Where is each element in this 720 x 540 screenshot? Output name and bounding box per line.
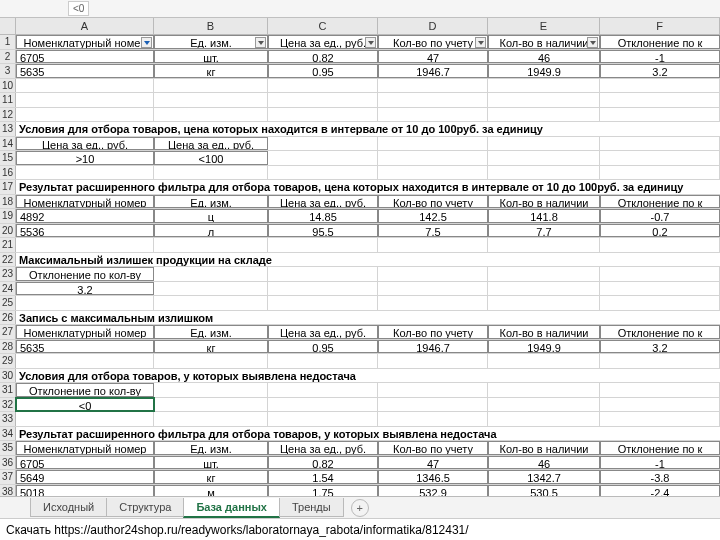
sheet-tabs: Исходный Структура База данных Тренды + [0, 496, 720, 518]
select-all-corner[interactable] [0, 18, 16, 34]
section-title[interactable]: Результат расширенного фильтра для отбор… [16, 427, 720, 441]
formula-bar: <0 [0, 0, 720, 18]
row-header[interactable]: 11 [0, 93, 16, 107]
table-header[interactable]: Номенклатурный номер [16, 35, 154, 49]
add-sheet-button[interactable]: + [351, 499, 369, 517]
cell[interactable]: Цена за ед., руб. [154, 137, 268, 151]
row-header[interactable]: 36 [0, 456, 16, 470]
cell[interactable]: 47 [378, 50, 488, 64]
row-header[interactable]: 17 [0, 180, 16, 194]
cell[interactable]: 1949.9 [488, 64, 600, 78]
row-header[interactable]: 30 [0, 369, 16, 383]
table-header[interactable]: Кол-во по учету [378, 195, 488, 209]
cell[interactable]: 6705 [16, 50, 154, 64]
section-title[interactable]: Условия для отбора товаров, цена которых… [16, 122, 720, 136]
cell[interactable]: 46 [488, 50, 600, 64]
filter-icon[interactable] [365, 37, 376, 48]
row-header[interactable]: 15 [0, 151, 16, 165]
filter-icon[interactable] [587, 37, 598, 48]
row-header[interactable]: 12 [0, 108, 16, 122]
row-header[interactable]: 33 [0, 412, 16, 426]
row-header[interactable]: 31 [0, 383, 16, 397]
filter-icon[interactable] [475, 37, 486, 48]
filter-icon[interactable] [255, 37, 266, 48]
cell[interactable]: -1 [600, 50, 720, 64]
table-header[interactable]: Цена за ед., руб. [268, 195, 378, 209]
row-header[interactable]: 14 [0, 137, 16, 151]
row-header[interactable]: 29 [0, 354, 16, 368]
row-header[interactable]: 34 [0, 427, 16, 441]
table-header[interactable]: Ед. изм. [154, 195, 268, 209]
row-header[interactable]: 25 [0, 296, 16, 310]
filter-icon[interactable] [141, 37, 152, 48]
section-title[interactable]: Максимальный излишек продукции на складе [16, 253, 720, 267]
row-header[interactable]: 23 [0, 267, 16, 281]
row-header[interactable]: 3 [0, 64, 16, 78]
row-header[interactable]: 10 [0, 79, 16, 93]
cell[interactable]: Цена за ед., руб. [16, 137, 154, 151]
row-header[interactable]: 1 [0, 35, 16, 49]
cell[interactable]: 0.95 [268, 64, 378, 78]
row-header[interactable]: 32 [0, 398, 16, 412]
row-header[interactable]: 2 [0, 50, 16, 64]
tab-source[interactable]: Исходный [30, 498, 107, 517]
cell[interactable]: шт. [154, 50, 268, 64]
table-header[interactable]: Кол-во по учету [378, 35, 488, 49]
row-header[interactable]: 13 [0, 122, 16, 136]
section-title[interactable]: Результат расширенного фильтра для отбор… [16, 180, 720, 194]
row-header[interactable]: 21 [0, 238, 16, 252]
footer-link: Скачать https://author24shop.ru/readywor… [0, 518, 720, 540]
table-header[interactable]: Отклонение по к [600, 195, 720, 209]
row-header[interactable]: 37 [0, 470, 16, 484]
formula-value[interactable]: <0 [68, 1, 89, 16]
cell[interactable]: 5635 [16, 64, 154, 78]
row-header[interactable]: 20 [0, 224, 16, 238]
row-header[interactable]: 18 [0, 195, 16, 209]
tab-trends[interactable]: Тренды [279, 498, 344, 517]
col-header-F[interactable]: F [600, 18, 720, 34]
col-header-E[interactable]: E [488, 18, 600, 34]
table-header[interactable]: Кол-во в наличии [488, 195, 600, 209]
spreadsheet: A B C D E F 1 Номенклатурный номер Ед. и… [0, 18, 720, 499]
row-header[interactable]: 28 [0, 340, 16, 354]
row-header[interactable]: 16 [0, 166, 16, 180]
row-header[interactable]: 19 [0, 209, 16, 223]
cell[interactable]: <100 [154, 151, 268, 165]
row-header[interactable]: 24 [0, 282, 16, 296]
cell[interactable]: >10 [16, 151, 154, 165]
table-header[interactable]: Ед. изм. [154, 35, 268, 49]
col-header-A[interactable]: A [16, 18, 154, 34]
tab-structure[interactable]: Структура [106, 498, 184, 517]
table-header[interactable]: Кол-во в наличии [488, 35, 600, 49]
cell[interactable]: кг [154, 64, 268, 78]
cell[interactable]: 1946.7 [378, 64, 488, 78]
row-header[interactable]: 27 [0, 325, 16, 339]
section-title[interactable]: Запись с максимальным излишком [16, 311, 720, 325]
table-header[interactable]: Номенклатурный номер [16, 195, 154, 209]
row-header[interactable]: 35 [0, 441, 16, 455]
col-header-B[interactable]: B [154, 18, 268, 34]
table-header[interactable]: Цена за ед., руб. [268, 35, 378, 49]
tab-database[interactable]: База данных [183, 498, 280, 518]
cell[interactable]: 0.82 [268, 50, 378, 64]
row-header[interactable]: 22 [0, 253, 16, 267]
cell[interactable]: 3.2 [600, 64, 720, 78]
column-headers: A B C D E F [0, 18, 720, 35]
col-header-C[interactable]: C [268, 18, 378, 34]
row-header[interactable]: 26 [0, 311, 16, 325]
section-title[interactable]: Условия для отбора товаров, у которых вы… [16, 369, 720, 383]
col-header-D[interactable]: D [378, 18, 488, 34]
table-header[interactable]: Отклонение по к [600, 35, 720, 49]
active-cell[interactable]: <0 [16, 398, 154, 412]
